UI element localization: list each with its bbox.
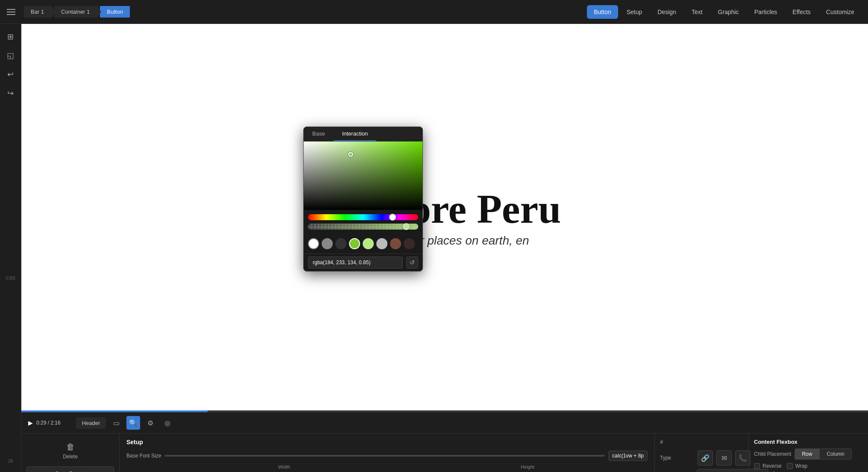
sidebar-icon-undo[interactable]: ↩ (3, 67, 18, 82)
left-panel: 🗑 Delete Save Preset ▲ ▼ Apply (21, 434, 120, 472)
row-column-toggle: Row Column (795, 448, 851, 460)
tab-text[interactable]: Text (685, 5, 710, 19)
color-swatches (304, 236, 422, 254)
breadcrumb-button[interactable]: Button (100, 6, 130, 18)
wrap-checkbox-box[interactable] (787, 463, 793, 469)
base-font-row: Base Font Size calc(1vw + 8p (126, 451, 648, 461)
tab-particles[interactable]: Particles (748, 5, 784, 19)
swatch-green[interactable] (349, 238, 360, 249)
bottom-content: 🗑 Delete Save Preset ▲ ▼ Apply Setup Bas… (21, 434, 868, 472)
reverse-label: Reverse (762, 463, 782, 469)
picker-tabs: Base Interaction (304, 127, 422, 142)
reset-color-button[interactable]: ↺ (406, 257, 418, 268)
picker-tab-base[interactable]: Base (304, 127, 334, 141)
tab-setup[interactable]: Setup (620, 5, 649, 19)
video-time: 0:29 / 2:16 (36, 420, 61, 426)
width-header: Width (164, 464, 404, 469)
flexbox-title: Content Flexbox (754, 439, 863, 445)
main-canvas: Explore Peru Unlike other places on eart… (21, 24, 868, 412)
delete-label: Delete (63, 454, 78, 460)
swatch-white[interactable] (308, 238, 319, 249)
left-sidebar: ⊞ ◱ ↩ ↪ CSS JS (0, 24, 21, 472)
flexbox-panel: Content Flexbox Child Placement Row Colu… (748, 434, 868, 472)
email-icon[interactable]: ✉ (716, 450, 732, 466)
tab-design[interactable]: Design (651, 5, 683, 19)
link-icon[interactable]: 🔗 (698, 450, 713, 466)
bottom-toolbar: ▶ 0:29 / 2:16 Header ▭ 🔍 ⚙ ◎ (21, 413, 868, 434)
tab-button[interactable]: Button (587, 5, 618, 19)
type-icons: 🔗 ✉ 📞 (698, 450, 751, 466)
color-picker-popup: Base Interaction rgba(1 (303, 127, 423, 271)
child-placement-row: Child Placement Row Column (754, 448, 863, 460)
row-button[interactable]: Row (795, 448, 819, 460)
width-col: Width (164, 464, 404, 469)
base-font-label: Base Font Size (126, 453, 161, 459)
reverse-checkbox-box[interactable] (754, 463, 760, 469)
base-font-value: calc(1vw + 8p (608, 451, 648, 461)
css-label[interactable]: CSS (6, 272, 15, 284)
top-nav: Bar 1 Container 1 Button Button Setup De… (0, 0, 868, 24)
color-value-input[interactable]: rgba(184, 233, 134, 0.85) (308, 257, 403, 268)
sidebar-icon-grid[interactable]: ⊞ (3, 29, 18, 44)
center-panel: Setup Base Font Size calc(1vw + 8p Width… (120, 434, 654, 472)
layout-icon[interactable]: ▭ (109, 416, 123, 430)
hue-handle[interactable] (389, 214, 396, 221)
font-size-slider[interactable] (164, 455, 605, 457)
js-label[interactable]: JS (8, 455, 13, 467)
color-value-row: rgba(184, 233, 134, 0.85) ↺ (304, 254, 422, 271)
swatch-pale-green[interactable] (363, 238, 374, 249)
reverse-checkbox[interactable]: Reverse (754, 463, 782, 469)
hash-display: # (660, 439, 663, 445)
alpha-slider[interactable] (308, 224, 418, 230)
reverse-wrap-row: Reverse Wrap (754, 463, 863, 469)
swatch-gray[interactable] (322, 238, 333, 249)
url-row: URL 🗑 (660, 469, 743, 472)
hue-slider[interactable] (308, 214, 418, 220)
hamburger-menu[interactable] (7, 6, 19, 18)
height-header: Height (408, 464, 648, 469)
picker-sliders (304, 210, 422, 236)
tab-graphic[interactable]: Graphic (711, 5, 746, 19)
sidebar-icon-redo[interactable]: ↪ (3, 86, 18, 101)
breadcrumb: Bar 1 Container 1 Button (24, 6, 130, 18)
color-gradient-picker[interactable] (304, 142, 422, 210)
header-label[interactable]: Header (76, 417, 106, 429)
tab-effects[interactable]: Effects (786, 5, 818, 19)
type-row: Type 🔗 ✉ 📞 (660, 450, 743, 466)
play-button[interactable]: ▶ (28, 419, 33, 426)
delete-button[interactable]: 🗑 Delete (26, 439, 114, 463)
gradient-handle[interactable] (348, 152, 353, 157)
target-icon[interactable]: ◎ (161, 416, 174, 430)
trash-icon: 🗑 (66, 442, 75, 452)
type-label: Type (660, 455, 694, 461)
swatch-dark[interactable] (335, 238, 346, 249)
swatch-dark-brown[interactable] (404, 238, 415, 249)
breadcrumb-bar1[interactable]: Bar 1 (24, 6, 51, 18)
swatch-light-gray[interactable] (376, 238, 387, 249)
column-button[interactable]: Column (819, 448, 851, 460)
height-col: Height (408, 464, 648, 469)
sidebar-icon-layers[interactable]: ◱ (3, 48, 18, 63)
nav-tabs: Button Setup Design Text Graphic Particl… (587, 5, 861, 19)
alpha-handle[interactable] (403, 223, 410, 230)
search-icon[interactable]: 🔍 (126, 416, 140, 430)
wrap-label: Wrap (795, 463, 807, 469)
bottom-panel: ▶ 0:29 / 2:16 Header ▭ 🔍 ⚙ ◎ 🗑 Delete Sa… (21, 412, 868, 472)
save-preset-button[interactable]: Save Preset (26, 466, 114, 472)
size-grid: Width Height (164, 464, 648, 469)
link-panel: # Type 🔗 ✉ 📞 URL 🗑 New Tab (654, 434, 748, 472)
setup-title: Setup (126, 439, 648, 445)
tab-customize[interactable]: Customize (819, 5, 861, 19)
breadcrumb-container1[interactable]: Container 1 (54, 6, 97, 18)
child-placement-label: Child Placement (754, 451, 791, 457)
settings-icon[interactable]: ⚙ (144, 416, 157, 430)
picker-tab-interaction[interactable]: Interaction (334, 127, 377, 141)
wrap-checkbox[interactable]: Wrap (787, 463, 807, 469)
swatch-brown[interactable] (390, 238, 401, 249)
